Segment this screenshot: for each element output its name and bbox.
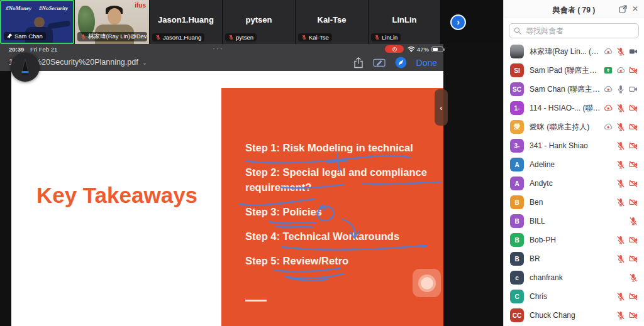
participant-status-icons: [616, 236, 638, 244]
avatar: A: [510, 177, 524, 190]
camera-muted-icon: [629, 104, 638, 112]
participant-row[interactable]: BBen: [504, 193, 644, 212]
pen-tool-button[interactable]: [11, 53, 40, 82]
chevron-right-icon: ›: [457, 17, 460, 27]
participant-name: 愛咪 (聯席主持人): [530, 122, 604, 133]
mic-muted-icon: [616, 179, 625, 188]
record-pill-icon[interactable]: [385, 45, 404, 53]
chevron-left-icon: ‹: [440, 103, 442, 112]
participant-row[interactable]: 1-114 - HSIAO-... (聯席主持人): [504, 99, 644, 117]
mic-muted-icon: [616, 122, 625, 131]
video-tile-Kai-Tse[interactable]: Kai-TseKai-Tse: [296, 0, 368, 44]
popout-icon[interactable]: [619, 5, 627, 13]
avatar: C: [510, 290, 524, 303]
camera-on-icon: [629, 47, 638, 56]
ipad-status-bar: 20:39 Fri Feb 21 ··· 47%: [0, 44, 443, 54]
video-tile-Sam Chan[interactable]: #NoMoney#NoSecuritySam Chan: [0, 0, 74, 44]
screen-share-icon: [604, 66, 613, 75]
participant-status-icons: [616, 292, 638, 301]
avatar: 1-: [510, 101, 524, 115]
mic-muted-icon: [616, 236, 625, 244]
participant-status-icons: [629, 273, 638, 282]
share-icon[interactable]: [353, 57, 364, 68]
participant-head: [34, 17, 45, 28]
video-tile-林家瑋(Ray Lin)@Dev...[interactable]: ifus林家瑋(Ray Lin)@Dev...: [75, 0, 149, 44]
slide-steps: Step 1: Risk Modeling in technicalStep 2…: [245, 140, 434, 278]
mic-muted-icon: [629, 217, 638, 225]
video-name-tag: 林家瑋(Ray Lin)@Dev...: [77, 32, 147, 41]
avatar: 愛: [510, 120, 524, 134]
participant-row[interactable]: SISam iPad (聯席主持人): [504, 61, 644, 80]
participant-status-icons: [616, 179, 638, 188]
ipad-top-bars: 20:39 Fri Feb 21 ··· 47% 1s...me%20Secur…: [0, 44, 443, 71]
participant-name: Chuck Chang: [530, 311, 616, 320]
markup-icon[interactable]: [373, 58, 386, 68]
pin-icon: [7, 33, 13, 39]
slide-step: Step 3: Policies: [245, 204, 434, 219]
participant-name: BR: [530, 254, 616, 263]
search-input[interactable]: [525, 26, 634, 36]
hashtag-text: #NoMoney: [6, 5, 31, 11]
avatar: B: [510, 195, 524, 209]
participant-name: Sam iPad (聯席主持人): [530, 65, 604, 76]
mic-muted-icon: [629, 273, 638, 282]
camera-muted-icon: [629, 179, 638, 188]
participant-row[interactable]: 愛愛咪 (聯席主持人): [504, 117, 644, 136]
video-tile-LinLin[interactable]: LinLinLinLin: [369, 0, 440, 44]
camera-muted-icon: [629, 236, 638, 244]
video-name-label: pytsen: [236, 34, 253, 41]
participant-status-icons: [604, 104, 638, 112]
participant-row[interactable]: cchanfrank: [504, 268, 644, 287]
avatar: SI: [510, 63, 524, 77]
sidebar-handle[interactable]: ‹: [435, 89, 448, 126]
participant-row[interactable]: 林家瑋(Ray Lin... (主持人, 我): [504, 42, 644, 61]
slide-step: Step 2: Special legal and compliancerequ…: [245, 165, 434, 195]
cloud-recording-icon: [604, 47, 613, 56]
participant-row[interactable]: SCSam Chan (聯席主持人): [504, 80, 644, 99]
mic-muted-icon: [616, 311, 625, 320]
record-bubble[interactable]: [413, 269, 441, 297]
participant-row[interactable]: CCChuck Chang: [504, 306, 644, 325]
participant-row[interactable]: AAdeline: [504, 155, 644, 174]
pdf-page[interactable]: Key Takeaways Step 1: Risk Modeling in t…: [11, 71, 443, 326]
participants-search: [504, 18, 644, 42]
participant-row[interactable]: BBob-PH: [504, 231, 644, 249]
compass-icon[interactable]: [395, 57, 407, 68]
participant-row[interactable]: CChris: [504, 287, 644, 306]
participant-row[interactable]: 3-341 - Hank Shiao: [504, 136, 644, 155]
done-button[interactable]: Done: [416, 58, 437, 68]
camera-muted-icon: [629, 122, 638, 131]
video-tile-Jason1.Huang[interactable]: Jason1.HuangJason1.Huang: [150, 0, 222, 44]
plant-decor: [78, 6, 95, 36]
more-participants-button[interactable]: ›: [450, 14, 466, 30]
participant-row[interactable]: BBILL: [504, 212, 644, 231]
participant-name: Adeline: [530, 160, 616, 169]
mic-muted-icon: [616, 160, 625, 169]
participant-row[interactable]: AAndytc: [504, 174, 644, 193]
hashtag-overlay-text: #NoMoney#NoSecurity: [6, 5, 72, 11]
avatar: A: [510, 158, 524, 171]
video-name-label: LinLin: [382, 34, 397, 41]
cloud-recording-icon: [616, 66, 625, 75]
chevron-down-icon[interactable]: ⌄: [142, 59, 147, 66]
video-tile-pytsen[interactable]: pytsenpytsen: [223, 0, 295, 44]
battery-percent: 47%: [417, 46, 429, 53]
mic-muted-icon: [301, 35, 307, 40]
slide-step-line: Step 1: Risk Modeling in technical: [245, 140, 434, 155]
ifus-logo: ifus: [135, 2, 146, 9]
camera-muted-icon: [629, 141, 638, 150]
slide-step-line: Step 2: Special legal and compliance: [245, 165, 434, 180]
avatar: c: [510, 271, 524, 285]
mic-muted-icon: [616, 254, 625, 263]
avatar: CC: [510, 308, 524, 322]
close-icon[interactable]: ✕: [632, 4, 638, 13]
participant-status-icons: [604, 85, 638, 94]
cloud-recording-icon: [604, 122, 613, 131]
mic-muted-icon: [616, 292, 625, 301]
pen-icon: [18, 58, 32, 77]
participant-row[interactable]: BBR: [504, 249, 644, 268]
participant-status-icons: [616, 198, 638, 207]
mic-muted-icon: [228, 35, 234, 40]
participants-header: 與會者 ( 79 ) ✕: [504, 0, 644, 18]
video-name-tag: LinLin: [371, 33, 401, 41]
